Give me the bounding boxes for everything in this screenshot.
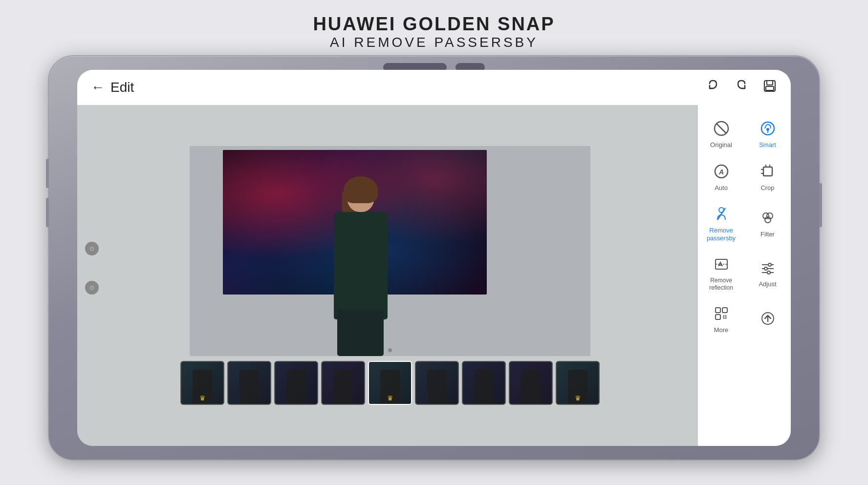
undo-button[interactable] (706, 79, 720, 97)
smart-label: Smart (759, 141, 776, 149)
power-button[interactable] (819, 183, 822, 227)
side-control-1[interactable]: ⊙ (85, 242, 99, 255)
more-label: More (714, 326, 729, 334)
sidebar-row-2: A Auto (698, 156, 791, 197)
redo-button[interactable] (734, 79, 749, 97)
extra-icon (757, 308, 779, 329)
thumb-person-2 (239, 370, 259, 404)
person-silhouette (312, 166, 410, 356)
crop-label: Crop (760, 184, 774, 192)
thumb-person-3 (286, 370, 306, 404)
filmstrip-thumb-8[interactable] (509, 361, 553, 405)
smart-icon (757, 118, 779, 139)
auto-icon: A (711, 161, 732, 182)
thumb-person-4 (333, 370, 353, 404)
original-label: Original (710, 141, 732, 149)
crop-icon (757, 161, 779, 182)
svg-rect-31 (716, 315, 720, 319)
adjust-label: Adjust (759, 280, 776, 288)
filmstrip: ♛♛♛ (180, 356, 600, 410)
photo-canvas (190, 146, 590, 356)
adjust-icon (757, 257, 779, 278)
header-right (706, 79, 777, 97)
filmstrip-thumb-7[interactable] (462, 361, 506, 405)
phone-shell: ← Edit (48, 55, 820, 461)
thumb-crown-1: ♛ (199, 394, 206, 402)
svg-rect-2 (766, 86, 774, 90)
svg-rect-10 (763, 167, 772, 176)
filter-icon (757, 207, 779, 229)
person-legs (337, 310, 384, 356)
right-sidebar: Original Smart (698, 105, 791, 446)
svg-rect-30 (722, 308, 727, 313)
sidebar-item-more[interactable]: More (700, 298, 743, 339)
auto-label: Auto (715, 184, 728, 192)
sidebar-row-3: Remove passersby Filter (698, 198, 791, 247)
filmstrip-thumb-9[interactable]: ♛ (556, 361, 600, 405)
sidebar-row-1: Original Smart (698, 113, 791, 154)
volume-up-button[interactable] (46, 159, 49, 188)
save-button[interactable] (762, 79, 777, 97)
svg-line-4 (716, 124, 726, 133)
filmstrip-thumb-3[interactable] (274, 361, 318, 405)
filmstrip-thumb-4[interactable] (321, 361, 365, 405)
filter-label: Filter (760, 231, 775, 238)
sidebar-row-4: Remove reflection (698, 249, 791, 296)
phone-screen: ← Edit (77, 70, 791, 446)
page-title-line2: AI REMOVE PASSERSBY (313, 35, 555, 50)
remove-reflection-label: Remove reflection (702, 277, 741, 291)
thumb-crown-9: ♛ (575, 394, 581, 402)
remove-passersby-icon (711, 203, 732, 225)
page-title-line1: HUAWEI GOLDEN SNAP (313, 14, 555, 35)
sidebar-item-adjust[interactable]: Adjust (746, 249, 789, 296)
svg-point-24 (768, 263, 771, 266)
person-hair (344, 176, 378, 203)
svg-point-6 (766, 128, 769, 131)
filmstrip-thumb-6[interactable] (415, 361, 459, 405)
screen-title: Edit (110, 80, 134, 95)
svg-text:A: A (718, 168, 723, 176)
sidebar-item-extra[interactable] (746, 298, 789, 339)
thumb-crown-5: ♛ (387, 394, 393, 402)
svg-rect-29 (716, 308, 720, 313)
svg-point-26 (764, 267, 767, 270)
main-content: ⊙ ⊙ (77, 105, 791, 446)
sidebar-item-remove-reflection[interactable]: Remove reflection (700, 249, 743, 296)
filmstrip-thumb-5[interactable]: ♛ (368, 361, 412, 405)
thumb-person-7 (474, 370, 494, 404)
back-button[interactable]: ← (91, 80, 105, 95)
sidebar-item-remove-passersby[interactable]: Remove passersby (700, 198, 743, 247)
remove-reflection-icon (711, 253, 732, 275)
sidebar-item-auto[interactable]: A Auto (700, 156, 743, 197)
volume-down-button[interactable] (46, 198, 49, 227)
sidebar-item-filter[interactable]: Filter (746, 198, 789, 247)
sidebar-item-original[interactable]: Original (700, 113, 743, 154)
app-header: ← Edit (77, 70, 791, 105)
canvas-indicator (388, 348, 392, 352)
sidebar-row-5: More (698, 298, 791, 339)
page-title-area: HUAWEI GOLDEN SNAP AI REMOVE PASSERSBY (313, 14, 555, 50)
thumb-person-8 (521, 370, 541, 404)
filmstrip-thumb-2[interactable] (227, 361, 271, 405)
original-icon (711, 118, 732, 139)
more-icon (711, 303, 732, 324)
sidebar-item-crop[interactable]: Crop (746, 156, 789, 197)
filmstrip-thumb-1[interactable]: ♛ (180, 361, 224, 405)
thumb-person-6 (427, 370, 447, 404)
person-body (334, 212, 388, 319)
svg-point-28 (767, 271, 770, 274)
side-control-2[interactable]: ⊙ (85, 281, 99, 295)
sidebar-item-smart[interactable]: Smart (746, 113, 789, 154)
svg-rect-1 (767, 81, 773, 85)
header-left: ← Edit (91, 80, 706, 95)
photo-area: ⊙ ⊙ (77, 105, 698, 446)
remove-passersby-label: Remove passersby (702, 227, 741, 242)
